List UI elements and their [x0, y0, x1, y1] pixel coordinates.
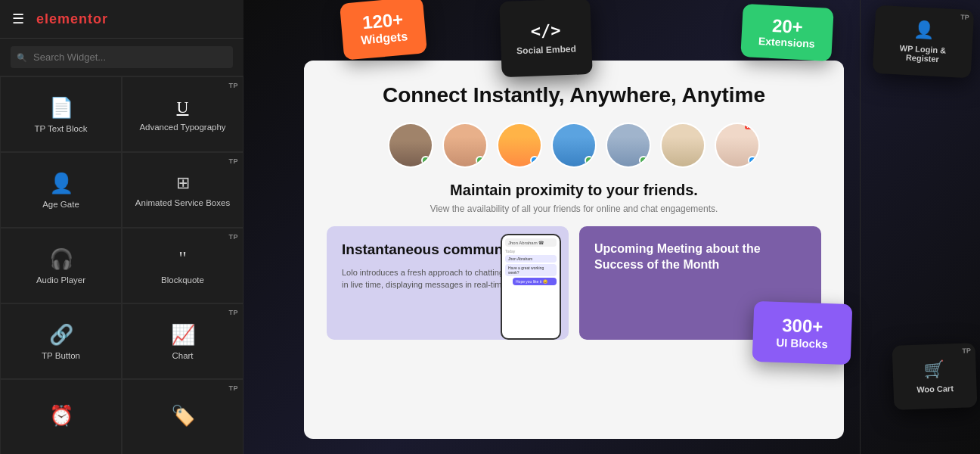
- main-heading: Connect Instantly, Anywhere, Anytime: [327, 83, 821, 107]
- countdown-icon: ⏰: [49, 406, 73, 425]
- tp-badge-advanced-typography: TP: [228, 82, 238, 89]
- widget-cell-chart[interactable]: TP 📈 Chart: [122, 303, 243, 379]
- tp-badge-tags: TP: [228, 384, 238, 392]
- wp-login-icon: 👤: [913, 20, 935, 40]
- widgets-count-badge: 120+ Widgets: [340, 0, 427, 61]
- widget-label-audio-player: Audio Player: [36, 275, 85, 286]
- friend-avatar-7: New: [715, 123, 760, 168]
- widget-cell-tp-text-block[interactable]: 📄 TP Text Block: [0, 76, 122, 152]
- widget-label-advanced-typography: Advanced Typography: [139, 122, 225, 133]
- ui-blocks-label: UI Blocks: [776, 335, 828, 350]
- social-embed-code-icon: </>: [530, 20, 561, 40]
- hamburger-icon[interactable]: ☰: [12, 11, 24, 27]
- ui-blocks-count: 300+: [782, 316, 823, 337]
- friend-avatar-2: [442, 123, 488, 168]
- chat-msg-3: Hope you like it 😊: [513, 278, 557, 285]
- audio-player-icon: 🎧: [49, 249, 73, 269]
- widget-label-animated-service-boxes: Animated Service Boxes: [135, 197, 230, 209]
- widget-label-age-gate: Age Gate: [42, 199, 79, 210]
- widget-cell-audio-player[interactable]: TP 🎧 Audio Player: [0, 228, 122, 303]
- wp-login-label: WP Login & Register: [884, 42, 962, 64]
- woo-cart-card: TP 🛒 Woo Cart: [892, 343, 978, 410]
- text-block-icon: 📄: [49, 98, 73, 117]
- proximity-section: Maintain proximity to your friends. View…: [327, 182, 821, 214]
- communication-card: Instantaneous communication. Lolo introd…: [327, 226, 569, 340]
- friends-row: New: [327, 123, 821, 168]
- online-indicator-2: [476, 156, 485, 165]
- widget-cell-tp-button[interactable]: TP 🔗 TP Button: [0, 303, 122, 379]
- widget-cell-tags[interactable]: TP 🏷️: [122, 379, 243, 454]
- online-indicator-3: [530, 156, 539, 165]
- widget-cell-countdown[interactable]: TP ⏰: [0, 379, 122, 454]
- tags-icon: 🏷️: [171, 406, 195, 425]
- extensions-count: 20+: [771, 16, 803, 37]
- blockquote-icon: ": [178, 249, 187, 269]
- friend-avatar-6: [660, 123, 706, 168]
- social-embed-card: </> Social Embed: [499, 0, 592, 77]
- online-indicator-7: [748, 156, 757, 165]
- friend-avatar-1: [388, 123, 433, 168]
- main-card-area: Connect Instantly, Anywhere, Anytime: [304, 61, 844, 439]
- tp-badge-blockquote: TP: [228, 233, 238, 241]
- friend-avatar-4: [551, 123, 597, 168]
- search-input[interactable]: [11, 46, 233, 68]
- elementor-logo: elementor: [36, 11, 108, 27]
- phone-mockup: Jhon Abraham ☎ Today Jhon Abraham Have a…: [501, 234, 561, 340]
- chat-msg-2: Have a great working week?: [505, 264, 557, 276]
- meeting-title: Upcoming Meeting about the Success of th…: [594, 241, 806, 273]
- advanced-typography-icon: U: [177, 99, 189, 116]
- online-indicator-4: [585, 156, 594, 165]
- tp-badge-wp-login: TP: [960, 14, 969, 22]
- tp-badge-animated-service-boxes: TP: [228, 157, 238, 165]
- proximity-title: Maintain proximity to your friends.: [327, 182, 821, 199]
- animated-service-boxes-icon: ⊞: [176, 175, 190, 191]
- new-badge: New: [745, 123, 760, 129]
- chart-icon: 📈: [171, 325, 195, 344]
- widget-cell-age-gate[interactable]: TP 👤 Age Gate: [0, 152, 122, 228]
- woo-cart-label: Woo Cart: [916, 384, 954, 394]
- widget-grid: 📄 TP Text Block TP U Advanced Typography…: [0, 76, 243, 454]
- right-divider: [860, 0, 861, 454]
- widget-cell-advanced-typography[interactable]: TP U Advanced Typography: [122, 76, 243, 152]
- widget-cell-blockquote[interactable]: TP " Blockquote: [122, 228, 243, 303]
- widget-label-chart: Chart: [172, 350, 193, 362]
- woo-cart-icon: 🛒: [924, 359, 945, 380]
- ui-blocks-count-badge: 300+ UI Blocks: [752, 301, 853, 365]
- extensions-label: Extensions: [758, 35, 815, 50]
- widget-cell-animated-service-boxes[interactable]: TP ⊞ Animated Service Boxes: [122, 152, 243, 228]
- wp-login-card: 👤 WP Login & Register TP: [873, 5, 975, 79]
- tp-button-icon: 🔗: [49, 325, 73, 344]
- tp-badge-woo-cart: TP: [962, 347, 971, 354]
- social-embed-label: Social Embed: [516, 43, 576, 56]
- proximity-subtitle: View the availability of all your friend…: [327, 204, 821, 214]
- widget-label-tp-button: TP Button: [42, 350, 80, 362]
- friend-avatar-3: [497, 123, 542, 168]
- widget-label-blockquote: Blockquote: [161, 275, 204, 286]
- widget-label-tp-text-block: TP Text Block: [35, 123, 88, 135]
- phone-header: Jhon Abraham ☎: [505, 238, 557, 247]
- friend-avatar-5: [606, 123, 651, 168]
- tp-badge-chart: TP: [228, 309, 238, 316]
- chat-msg-1: Jhon Abraham: [505, 255, 557, 263]
- online-indicator-5: [639, 156, 648, 165]
- bottom-cards: Instantaneous communication. Lolo introd…: [327, 226, 821, 340]
- main-content: 120+ Widgets </> Social Embed 20+ Extens…: [243, 0, 980, 454]
- sidebar-header: ☰ elementor: [0, 0, 243, 39]
- extensions-count-badge: 20+ Extensions: [740, 4, 833, 61]
- sidebar: ☰ elementor 📄 TP Text Block TP U Advance…: [0, 0, 243, 454]
- age-gate-icon: 👤: [49, 173, 73, 193]
- phone-screen: Jhon Abraham ☎ Today Jhon Abraham Have a…: [502, 235, 560, 338]
- online-indicator-1: [421, 156, 430, 165]
- search-bar-container: [0, 39, 243, 76]
